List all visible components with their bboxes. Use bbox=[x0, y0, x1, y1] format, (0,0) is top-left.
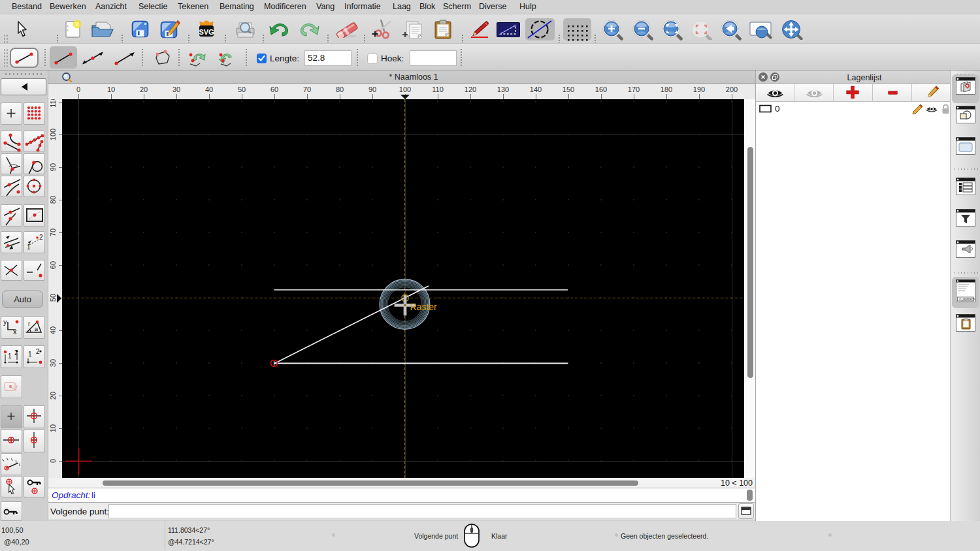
svg-text:50: 50 bbox=[238, 86, 246, 93]
svg-text:80: 80 bbox=[336, 86, 344, 93]
svg-text:100: 100 bbox=[49, 129, 57, 140]
svg-text:2: 2 bbox=[36, 348, 40, 355]
svg-text:200: 200 bbox=[726, 86, 738, 93]
svg-text:150: 150 bbox=[563, 86, 574, 93]
svg-text:20: 20 bbox=[49, 392, 57, 400]
svg-text:x: x bbox=[13, 328, 17, 336]
svg-text:20: 20 bbox=[140, 86, 148, 93]
svg-text:2: 2 bbox=[14, 349, 18, 356]
svg-text:1: 1 bbox=[8, 353, 12, 360]
svg-text:2: 2 bbox=[39, 234, 43, 241]
svg-text:30: 30 bbox=[49, 359, 57, 367]
svg-text:10: 10 bbox=[49, 424, 57, 432]
svg-text:90: 90 bbox=[368, 86, 376, 93]
svg-text:90: 90 bbox=[49, 163, 57, 171]
svg-text:190: 190 bbox=[693, 86, 705, 93]
svg-text:60: 60 bbox=[270, 86, 278, 93]
svg-text:<_opdracht: <_opdracht bbox=[959, 297, 975, 301]
svg-text:70: 70 bbox=[303, 86, 311, 93]
svg-text:110: 110 bbox=[49, 99, 57, 108]
svg-text:80: 80 bbox=[49, 196, 57, 204]
svg-text:a: a bbox=[35, 326, 38, 332]
svg-text:10: 10 bbox=[107, 86, 115, 93]
svg-text:100: 100 bbox=[399, 86, 411, 93]
svg-text:120: 120 bbox=[465, 86, 476, 93]
svg-text:110: 110 bbox=[432, 86, 444, 93]
svg-text:SVG: SVG bbox=[199, 28, 214, 36]
svg-text:180: 180 bbox=[661, 86, 672, 93]
svg-text:y: y bbox=[3, 318, 7, 326]
svg-text:140: 140 bbox=[530, 86, 542, 93]
svg-text:30: 30 bbox=[172, 86, 180, 93]
svg-text:1: 1 bbox=[28, 351, 32, 358]
svg-text:r: r bbox=[28, 321, 30, 327]
svg-text:0: 0 bbox=[76, 86, 80, 93]
svg-text:50: 50 bbox=[49, 294, 57, 302]
svg-text:40: 40 bbox=[205, 86, 213, 93]
svg-text:60: 60 bbox=[49, 261, 57, 269]
svg-text:40: 40 bbox=[49, 326, 57, 334]
svg-text:160: 160 bbox=[595, 86, 607, 93]
svg-text:130: 130 bbox=[497, 86, 509, 93]
svg-text:70: 70 bbox=[49, 228, 57, 236]
svg-text:0: 0 bbox=[49, 459, 57, 463]
svg-text:170: 170 bbox=[628, 86, 640, 93]
svg-text:Raster: Raster bbox=[410, 302, 438, 312]
